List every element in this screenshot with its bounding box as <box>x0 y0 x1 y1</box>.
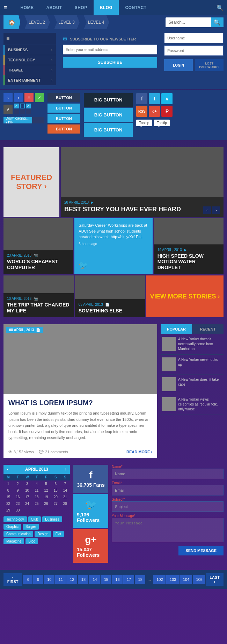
cal-next-btn[interactable]: › <box>65 467 66 472</box>
tag-item[interactable]: Burger <box>23 524 39 530</box>
tag-item[interactable]: Graphic <box>3 524 21 530</box>
page-105[interactable]: 105 <box>193 575 205 584</box>
page-16[interactable]: 16 <box>112 575 123 584</box>
tag-item[interactable]: Design <box>35 531 51 537</box>
calendar-day[interactable]: 4 <box>32 480 41 487</box>
featured-story-card[interactable]: FEATUREDSTORY › <box>3 147 59 217</box>
breadcrumb-level2[interactable]: LEVEL 2 <box>22 15 50 29</box>
tag-item[interactable]: Business <box>42 516 62 522</box>
page-14[interactable]: 14 <box>89 575 100 584</box>
calendar-day[interactable]: 18 <box>32 494 41 500</box>
lost-password-button[interactable]: LOST PASSWORD? <box>195 59 224 71</box>
pinterest-icon[interactable]: P <box>161 106 173 117</box>
next-button[interactable]: › <box>14 93 23 102</box>
checkbox-unchecked[interactable] <box>20 104 25 108</box>
calendar-day[interactable]: 1 <box>3 480 13 487</box>
big-button-blue2[interactable]: BIG BUTTON <box>84 123 133 137</box>
page-13[interactable]: 13 <box>78 575 89 584</box>
subscribe-email-input[interactable] <box>63 45 157 54</box>
close-button[interactable]: ✕ <box>24 93 34 102</box>
collapse-button[interactable]: ∧ <box>3 105 13 114</box>
calendar-day[interactable]: 8 <box>3 487 13 494</box>
twitter-widget[interactable]: 🐦 9,136 Followers <box>73 494 108 528</box>
tag-item[interactable]: Flat <box>53 531 64 537</box>
login-button[interactable]: LOGIN <box>164 59 193 71</box>
calendar-day[interactable]: 15 <box>3 494 13 500</box>
sidebar-item-entertainment[interactable]: ENTERTAINMENT › <box>3 75 56 85</box>
page-103[interactable]: 103 <box>166 575 179 584</box>
tag-item[interactable]: Magazine <box>3 538 24 544</box>
tag-item[interactable]: Communication <box>3 531 33 537</box>
calendar-day[interactable]: 16 <box>13 494 22 500</box>
big-button-dark[interactable]: BIG BUTTON <box>84 93 133 107</box>
page-18[interactable]: 18 <box>135 575 146 584</box>
nav-about[interactable]: ABOUT <box>40 0 68 15</box>
username-input[interactable] <box>164 33 224 43</box>
button-orange[interactable]: BUTTON <box>47 124 80 134</box>
search-input[interactable] <box>166 18 211 26</box>
page-10[interactable]: 10 <box>44 575 54 584</box>
page-8[interactable]: 8 <box>23 575 32 584</box>
tag-item[interactable]: Technology <box>3 516 27 522</box>
breadcrumb-level3[interactable]: LEVEL 3 <box>51 15 80 29</box>
page-11[interactable]: 11 <box>55 575 66 584</box>
cal-prev-btn[interactable]: ‹ <box>7 467 8 472</box>
calendar-day[interactable]: 21 <box>60 494 70 500</box>
nav-blog[interactable]: BLOG <box>94 0 119 15</box>
calendar-day[interactable]: 9 <box>13 487 22 494</box>
checkbox-dark3[interactable] <box>26 109 31 114</box>
calendar-day[interactable]: 12 <box>42 487 51 494</box>
calendar-day[interactable]: 30 <box>13 507 22 514</box>
calendar-day[interactable]: 25 <box>32 500 41 507</box>
calendar-day[interactable]: 2 <box>13 480 22 487</box>
calendar-day[interactable]: 22 <box>3 500 13 507</box>
sidebar-post-3[interactable]: A New Yorker doesn't take cabs <box>161 374 224 394</box>
story3-card[interactable]: 19 APRIL, 2013 ▶ HIGH SPEED SLOW MOTION … <box>154 218 224 274</box>
tab-recent[interactable]: RECENT <box>192 324 224 334</box>
main-story-card[interactable]: 28 APRIL, 2013 ▶ BEST STORY YOU HAVE EVE… <box>61 147 224 217</box>
checkbox-checked[interactable]: ✓ <box>14 104 19 108</box>
calendar-day[interactable]: 29 <box>3 507 13 514</box>
nav-shop[interactable]: SHOP <box>68 0 94 15</box>
calendar-day[interactable]: 3 <box>22 480 32 487</box>
sidebar-item-business[interactable]: BUSINESS › <box>3 45 56 55</box>
calendar-day[interactable]: 5 <box>42 480 51 487</box>
sidebar-hamburger[interactable]: ≡ <box>3 33 56 45</box>
contact-name-input[interactable] <box>112 469 224 479</box>
calendar-day[interactable]: 27 <box>51 500 60 507</box>
button-blue2[interactable]: BUTTON <box>47 114 80 123</box>
nav-contact[interactable]: CONTACT <box>119 0 153 15</box>
checkbox-dark2[interactable] <box>20 109 25 114</box>
page-104[interactable]: 104 <box>180 575 192 584</box>
calendar-day[interactable]: 20 <box>51 494 60 500</box>
pagination-first[interactable]: ‹ FIRST <box>3 573 22 586</box>
story5-card[interactable]: 03 APRIL, 2013 📄 SOMETHING ELSE <box>75 275 145 317</box>
calendar-day[interactable]: 14 <box>60 487 70 494</box>
nav-home[interactable]: HOME <box>14 0 40 15</box>
password-input[interactable] <box>164 45 224 56</box>
tag-item[interactable]: Blog <box>25 538 38 544</box>
check-button[interactable]: ✓ <box>35 93 44 102</box>
twitter-icon[interactable]: t <box>149 93 160 104</box>
calendar-day[interactable]: 17 <box>22 494 32 500</box>
story2-card[interactable]: 23 APRIL, 2013 📷 WORLD'S CHEAPEST COMPUT… <box>3 218 73 274</box>
checkbox-dark1[interactable] <box>14 109 19 114</box>
facebook-widget[interactable]: f 36,705 Fans <box>73 465 108 493</box>
tweet-card[interactable]: Saturday Career Workshops are back at AD… <box>74 218 152 274</box>
page-9[interactable]: 9 <box>33 575 43 584</box>
prev-button[interactable]: ‹ <box>3 93 13 102</box>
sidebar-item-technology[interactable]: TECHNOLOGY › <box>3 55 56 65</box>
send-message-button[interactable]: SEND MESSAGE <box>178 546 224 555</box>
story4-card[interactable]: 10 APRIL, 2013 📷 THE TRIP THAT CHANGED M… <box>3 275 74 317</box>
page-15[interactable]: 15 <box>101 575 111 584</box>
contact-message-input[interactable] <box>112 518 224 542</box>
nav-search-icon[interactable]: 🔍 <box>217 5 224 11</box>
read-more-link[interactable]: READ MORE › <box>126 450 152 454</box>
rss-icon[interactable]: RSS <box>136 106 147 117</box>
page-12[interactable]: 12 <box>66 575 77 584</box>
contact-email-input[interactable] <box>112 485 224 495</box>
calendar-day[interactable]: 13 <box>51 487 60 494</box>
story-prev-btn[interactable]: ‹ <box>203 206 211 214</box>
button-blue1[interactable]: BUTTON <box>47 104 80 113</box>
breadcrumb-home[interactable]: 🏠 <box>3 15 20 29</box>
